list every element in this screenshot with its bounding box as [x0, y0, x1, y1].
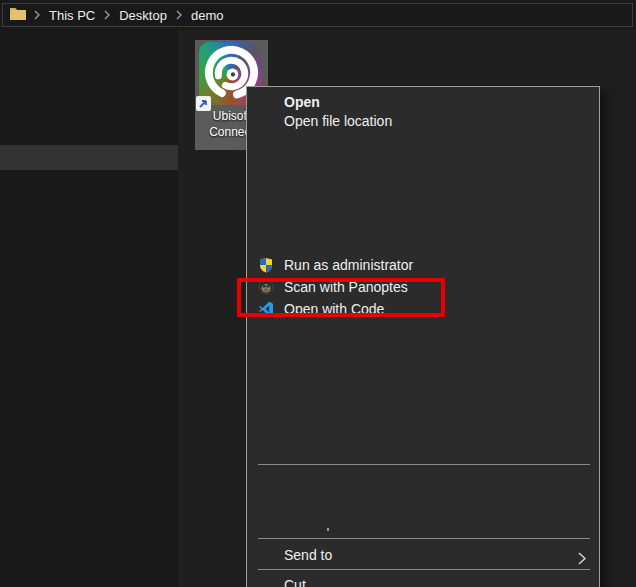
- chevron-right-icon: [34, 10, 40, 20]
- breadcrumb-item-desktop[interactable]: Desktop: [117, 8, 169, 23]
- nav-item-highlight[interactable]: [0, 145, 178, 170]
- annotation-highlight-box: [237, 278, 445, 317]
- chevron-right-icon: [104, 10, 110, 20]
- menu-separator: [258, 538, 590, 539]
- menu-separator: [258, 464, 590, 465]
- breadcrumb-item-this-pc[interactable]: This PC: [47, 8, 97, 23]
- menu-item-cut[interactable]: Cut: [247, 574, 599, 587]
- address-bar[interactable]: This PC Desktop demo: [2, 3, 633, 27]
- navigation-pane: [0, 30, 178, 587]
- context-menu: Open Open file location Run as administr…: [246, 86, 600, 587]
- menu-item-open-file-location[interactable]: Open file location: [247, 110, 599, 132]
- toolbar: This PC Desktop demo: [0, 0, 636, 30]
- chevron-right-icon: [578, 549, 586, 571]
- uac-shield-icon: [258, 257, 274, 273]
- breadcrumb-item-demo[interactable]: demo: [189, 8, 226, 23]
- file-explorer-window: This PC Desktop demo: [0, 0, 636, 587]
- folder-icon: [9, 6, 27, 25]
- stray-pixel-artifact: [327, 528, 329, 531]
- menu-separator: [258, 569, 590, 570]
- menu-item-send-to[interactable]: Send to: [247, 544, 599, 566]
- chevron-right-icon: [176, 10, 182, 20]
- menu-item-run-as-administrator[interactable]: Run as administrator: [247, 254, 599, 276]
